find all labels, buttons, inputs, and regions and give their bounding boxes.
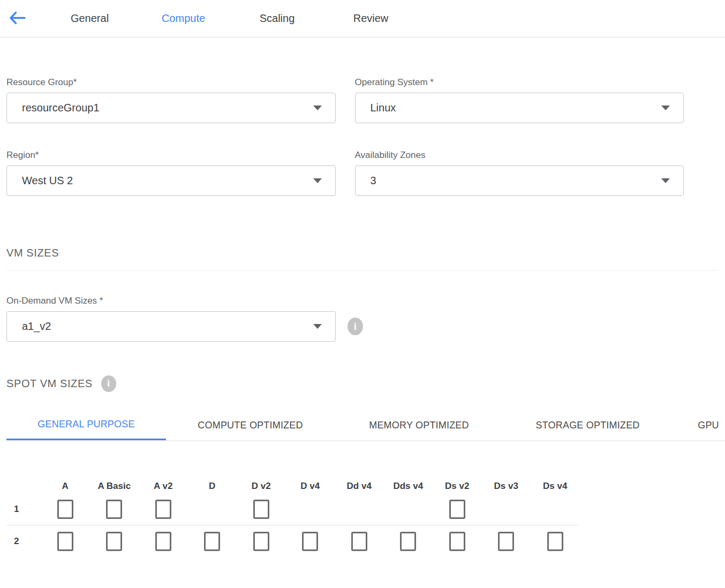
field-availability-zones: Availability Zones3 xyxy=(355,150,684,196)
grid-cell xyxy=(139,526,188,557)
tab-general[interactable]: General xyxy=(43,12,137,25)
grid-cell xyxy=(139,494,188,525)
grid-cell xyxy=(482,526,531,557)
resource-group-value: resourceGroup1 xyxy=(22,102,100,114)
region-value: West US 2 xyxy=(22,175,73,187)
grid-cell xyxy=(286,494,335,525)
vm-size-checkbox-row2-ds-v2[interactable] xyxy=(449,532,465,551)
wizard-header: GeneralComputeScalingReview xyxy=(0,0,725,37)
vm-size-checkbox-row2-dd-v4[interactable] xyxy=(351,532,367,551)
vm-size-checkbox-row2-d-v4[interactable] xyxy=(302,532,318,551)
grid-cell xyxy=(90,526,139,557)
grid-cell xyxy=(531,526,580,557)
grid-cell xyxy=(335,494,384,525)
grid-cell xyxy=(335,526,384,557)
grid-cell xyxy=(482,494,531,525)
back-button[interactable] xyxy=(8,11,26,27)
grid-cell xyxy=(41,526,90,557)
column-header-d: D xyxy=(188,469,237,494)
row-label-1: 1 xyxy=(6,494,41,525)
arrow-left-icon xyxy=(9,11,26,27)
resource-group-label: Resource Group* xyxy=(6,77,336,88)
on-demand-vm-sizes-value: a1_v2 xyxy=(22,320,51,333)
column-header-ds-v2: Ds v2 xyxy=(433,469,482,494)
column-header-a: A xyxy=(41,469,90,494)
on-demand-block: On-Demand VM Sizes * a1_v2 i xyxy=(6,296,725,342)
availability-zones-select[interactable]: 3 xyxy=(355,165,684,196)
wizard-step-tabs: GeneralComputeScalingReview xyxy=(43,12,418,25)
grid-corner xyxy=(6,469,41,494)
vm-size-checkbox-row2-ds-v4[interactable] xyxy=(547,532,563,551)
tab-scaling[interactable]: Scaling xyxy=(230,12,324,25)
vm-size-checkbox-row1-ds-v2[interactable] xyxy=(449,500,465,519)
vm-size-checkbox-row2-d[interactable] xyxy=(204,532,220,551)
column-header-dds-v4: Dds v4 xyxy=(384,469,433,494)
spot-tab-storage-optimized[interactable]: STORAGE OPTIMIZED xyxy=(503,410,672,440)
tab-compute[interactable]: Compute xyxy=(137,12,230,25)
column-header-a-basic: A Basic xyxy=(90,469,139,494)
grid-cell xyxy=(237,494,286,525)
operating-system-value: Linux xyxy=(371,102,396,114)
info-icon[interactable]: i xyxy=(348,318,363,335)
spot-tab-gpu[interactable]: GPU xyxy=(672,410,725,440)
info-icon[interactable]: i xyxy=(101,375,116,392)
spot-vm-category-tabs: GENERAL PURPOSECOMPUTE OPTIMIZEDMEMORY O… xyxy=(6,410,725,441)
column-header-ds-v3: Ds v3 xyxy=(482,469,531,494)
resource-group-select[interactable]: resourceGroup1 xyxy=(6,93,336,123)
field-operating-system: Operating System *Linux xyxy=(355,77,684,123)
vm-size-checkbox-row2-ds-v3[interactable] xyxy=(498,532,514,551)
on-demand-vm-sizes-select[interactable]: a1_v2 xyxy=(6,311,336,342)
chevron-down-icon xyxy=(661,105,670,110)
operating-system-label: Operating System * xyxy=(355,77,684,88)
grid-cell xyxy=(286,526,335,557)
vm-size-checkbox-row2-a-basic[interactable] xyxy=(106,532,122,551)
field-resource-group: Resource Group*resourceGroup1 xyxy=(6,77,336,123)
chevron-down-icon xyxy=(661,178,670,183)
vm-size-checkbox-row1-a-v2[interactable] xyxy=(155,500,171,519)
vm-size-checkbox-row2-d-v2[interactable] xyxy=(253,532,269,551)
column-header-d-v4: D v4 xyxy=(286,469,335,494)
tab-review[interactable]: Review xyxy=(324,12,418,25)
vm-size-checkbox-row1-a-basic[interactable] xyxy=(106,500,122,519)
grid-cell xyxy=(90,494,139,525)
grid-cell xyxy=(188,526,237,557)
vm-size-checkbox-row1-a[interactable] xyxy=(57,500,73,519)
chevron-down-icon xyxy=(313,105,322,110)
grid-cell xyxy=(384,526,433,557)
grid-cell xyxy=(433,494,482,525)
vm-size-checkbox-row2-a-v2[interactable] xyxy=(155,532,171,551)
vm-size-checkbox-row1-d-v2[interactable] xyxy=(253,500,269,519)
field-region: Region*West US 2 xyxy=(6,150,336,196)
grid-cell xyxy=(384,494,433,525)
grid-cell xyxy=(531,494,580,525)
chevron-down-icon xyxy=(313,324,322,329)
availability-zones-label: Availability Zones xyxy=(355,150,684,161)
grid-cell xyxy=(433,526,482,557)
spot-tab-memory-optimized[interactable]: MEMORY OPTIMIZED xyxy=(335,410,503,440)
on-demand-vm-sizes-label: On-Demand VM Sizes * xyxy=(6,296,725,306)
row-label-2: 2 xyxy=(6,526,41,557)
operating-system-select[interactable]: Linux xyxy=(355,93,684,123)
spot-tab-general-purpose[interactable]: GENERAL PURPOSE xyxy=(6,410,166,440)
vm-size-checkbox-row2-dds-v4[interactable] xyxy=(400,532,416,551)
vm-size-checkbox-row2-a[interactable] xyxy=(57,532,73,551)
grid-cell xyxy=(188,494,237,525)
spot-vm-sizes-header: SPOT VM SIZES i xyxy=(6,375,725,392)
chevron-down-icon xyxy=(313,178,322,183)
grid-cell xyxy=(41,494,90,525)
column-header-dd-v4: Dd v4 xyxy=(335,469,384,494)
grid-cell xyxy=(237,526,286,557)
availability-zones-value: 3 xyxy=(371,175,376,187)
column-header-ds-v4: Ds v4 xyxy=(531,469,580,494)
region-select[interactable]: West US 2 xyxy=(6,165,336,196)
column-header-a-v2: A v2 xyxy=(139,469,188,494)
vm-sizes-section-title: VM SIZES xyxy=(6,247,725,259)
spot-tab-compute-optimized[interactable]: COMPUTE OPTIMIZED xyxy=(166,410,335,440)
section-divider xyxy=(6,270,719,271)
column-header-d-v2: D v2 xyxy=(237,469,286,494)
region-label: Region* xyxy=(6,150,336,161)
spot-vm-size-grid: AA BasicA v2DD v2D v4Dd v4Dds v4Ds v2Ds … xyxy=(6,469,725,557)
spot-vm-sizes-section-title: SPOT VM SIZES xyxy=(6,378,93,390)
compute-form-fields: Resource Group*resourceGroup1Operating S… xyxy=(6,77,684,196)
